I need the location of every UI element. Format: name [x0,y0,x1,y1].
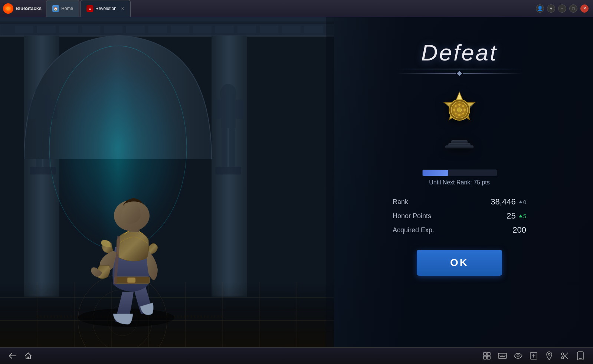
tab-revolution-label: Revolution [95,6,117,11]
game-area: Defeat [0,17,593,347]
svg-rect-20 [282,26,301,33]
diamond-icon [457,71,462,76]
svg-point-71 [458,104,461,106]
minimize-button[interactable]: − [558,4,566,13]
svg-point-96 [548,354,550,355]
tab-revolution[interactable]: ⚔ Revolution ✕ [80,0,131,17]
svg-rect-16 [193,26,212,33]
tab-bar: 🏠 Home ⚔ Revolution ✕ [46,0,131,17]
svg-rect-14 [148,26,167,33]
honor-change-value: 5 [523,213,526,219]
svg-rect-12 [104,26,122,33]
svg-rect-38 [236,100,243,119]
svg-point-94 [517,355,519,357]
taskbar-left [7,351,33,361]
svg-rect-40 [229,128,235,167]
svg-rect-41 [215,167,241,175]
character-sprite [59,121,200,329]
stat-row-rank: Rank 38,446 0 [393,197,526,207]
stat-rank-value-group: 38,446 0 [479,197,526,207]
taskbar-right [482,351,586,361]
honor-change-triangle [519,214,522,217]
svg-rect-9 [37,26,56,33]
title-bar: BlueStacks 🏠 Home ⚔ Revolution ✕ 👤 ▼ − □… [0,0,593,17]
back-button[interactable] [7,351,18,361]
stat-row-exp: Acquired Exp. 200 [393,225,526,235]
svg-point-73 [453,109,455,111]
svg-rect-32 [36,128,42,167]
grid-icon[interactable] [482,351,492,361]
svg-rect-84 [487,352,490,355]
title-diamond-divider [396,72,522,75]
window-controls: 👤 ▼ − □ ✕ [536,4,589,13]
eye-icon[interactable] [513,351,523,361]
svg-point-77 [455,113,457,115]
svg-rect-5 [0,22,334,24]
svg-rect-19 [260,26,278,33]
svg-rect-10 [59,26,78,33]
svg-point-29 [35,84,51,104]
svg-rect-17 [215,26,234,33]
svg-rect-33 [43,128,49,167]
stat-rank-change: 0 [519,199,526,205]
location-icon[interactable] [544,351,554,361]
stat-exp-value: 200 [489,225,526,235]
rank-change-value: 0 [523,199,526,205]
tab-close-icon[interactable]: ✕ [121,6,124,11]
home-taskbar-icon[interactable] [23,351,33,361]
title-divider [396,69,522,69]
scissors-icon[interactable] [560,351,570,361]
svg-rect-13 [126,26,145,33]
svg-rect-21 [304,26,323,33]
svg-rect-86 [487,356,490,359]
xp-bar [422,170,497,176]
stat-honor-label: Honor Points [393,212,431,220]
svg-rect-18 [237,26,256,33]
xp-section: Until Next Rank: 75 pts [396,170,522,186]
taskbar [0,347,593,364]
svg-rect-11 [82,26,100,33]
stat-row-honor: Honor Points 25 5 [393,211,526,221]
svg-rect-85 [484,356,486,359]
keyboard-icon[interactable] [497,351,508,361]
resize-icon[interactable] [528,351,539,361]
maximize-button[interactable]: □ [569,4,577,13]
svg-point-75 [455,105,457,107]
ok-button[interactable]: OK [417,250,502,276]
phone-icon[interactable] [575,351,586,361]
home-tab-icon: 🏠 [52,5,59,12]
svg-rect-66 [445,145,474,148]
svg-rect-39 [222,128,227,167]
divider-line-left [396,73,456,74]
stat-exp-value-group: 200 [489,225,526,235]
close-button[interactable]: ✕ [580,4,589,13]
stat-rank-value: 38,446 [479,197,516,207]
settings-icon[interactable]: ▼ [547,4,555,13]
medal-icon [430,88,489,159]
svg-rect-34 [30,167,56,175]
xp-bar-fill [423,170,448,176]
profile-icon[interactable]: 👤 [536,4,544,13]
svg-rect-31 [50,100,58,119]
svg-point-74 [463,109,466,111]
revolution-tab-icon: ⚔ [86,5,93,12]
result-panel: Defeat [326,17,593,347]
divider-line-right [463,73,522,74]
tab-home[interactable]: 🏠 Home [46,0,79,17]
stat-honor-change: 5 [519,213,526,219]
stat-exp-label: Acquired Exp. [393,226,434,234]
stat-rank-label: Rank [393,198,408,206]
svg-rect-87 [498,353,507,358]
svg-rect-83 [484,352,486,355]
svg-point-79 [457,108,462,112]
svg-rect-4 [0,17,334,22]
tab-home-label: Home [61,6,73,11]
svg-point-76 [462,105,464,107]
stat-honor-value-group: 25 5 [479,211,526,221]
rank-change-triangle [519,200,522,203]
defeat-title: Defeat [421,39,498,66]
app-name: BlueStacks [16,6,42,11]
svg-point-72 [458,114,461,116]
app-logo: BlueStacks [3,3,42,14]
svg-rect-30 [28,100,35,119]
